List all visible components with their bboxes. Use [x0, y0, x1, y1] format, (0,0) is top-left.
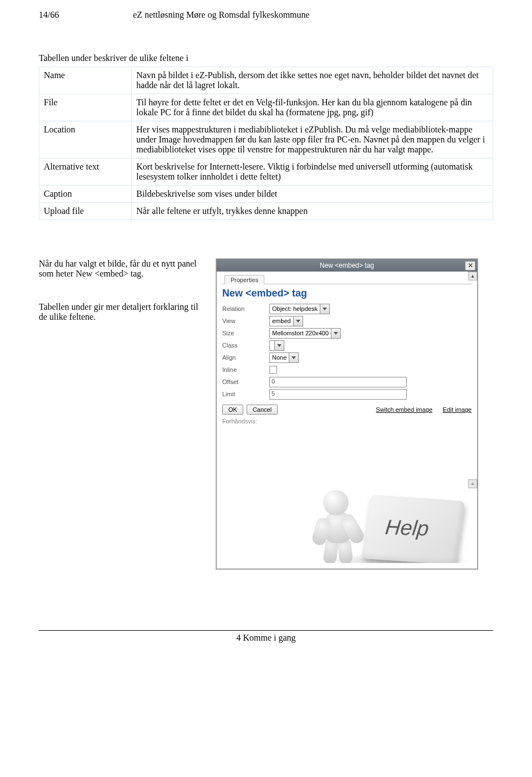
field-label: File — [39, 94, 132, 121]
preview-area: Help — [222, 425, 472, 563]
two-column-section: Når du har valgt et bilde, får du et nyt… — [39, 259, 493, 569]
row-class: Class — [222, 339, 472, 351]
table-row: File Til høyre for dette feltet er det e… — [39, 94, 493, 121]
label-class: Class — [222, 342, 269, 349]
cancel-button[interactable]: Cancel — [247, 405, 278, 415]
table-row: Name Navn på bildet i eZ-Publish, dersom… — [39, 67, 493, 94]
label-align: Align — [222, 354, 269, 361]
figure-person — [312, 488, 373, 563]
close-icon[interactable]: ✕ — [465, 261, 475, 270]
scroll-up-icon[interactable]: ▲ — [468, 272, 477, 280]
field-label: Caption — [39, 186, 132, 203]
field-desc: Navn på bildet i eZ-Publish, dersom det … — [132, 67, 493, 94]
row-inline: Inline — [222, 364, 472, 376]
field-desc: Når alle feltene er utfylt, trykkes denn… — [132, 203, 493, 220]
field-label: Upload file — [39, 203, 132, 220]
document-title: eZ nettløsning Møre og Romsdal fylkeskom… — [133, 10, 493, 20]
label-relation: Relation — [222, 305, 269, 312]
row-view: View embed — [222, 315, 472, 327]
table-row: Caption Bildebeskrivelse som vises under… — [39, 186, 493, 203]
page-footer: 4 Komme i gang — [39, 630, 493, 643]
label-inline: Inline — [222, 366, 269, 373]
field-label: Alternative text — [39, 159, 132, 186]
label-size: Size — [222, 330, 269, 336]
intro-text: Tabellen under beskriver de ulike felten… — [39, 53, 493, 63]
embed-dialog: New <embed> tag ✕ ▲ Properties New <embe… — [216, 259, 478, 569]
dialog-titlebar: New <embed> tag ✕ — [217, 259, 477, 272]
chevron-down-icon — [331, 329, 340, 338]
label-limit: Limit — [222, 391, 269, 397]
chevron-down-icon — [274, 341, 284, 350]
dialog-body: ▲ Properties New <embed> tag Relation Ob… — [217, 272, 477, 569]
label-view: View — [222, 318, 269, 324]
field-label: Location — [39, 121, 132, 159]
edit-image-link[interactable]: Edit image — [443, 406, 472, 413]
input-offset[interactable]: 0 — [269, 377, 407, 387]
help-text: Help — [384, 515, 430, 540]
chevron-down-icon — [320, 304, 329, 314]
field-label: Name — [39, 67, 132, 94]
input-limit[interactable]: 5 — [269, 389, 407, 400]
page-header: 14/66 eZ nettløsning Møre og Romsdal fyl… — [39, 10, 493, 20]
dialog-button-row: OK Cancel Switch embed image Edit image — [222, 405, 472, 415]
table-row: Alternative text Kort beskrivelse for In… — [39, 159, 493, 186]
chevron-down-icon — [293, 316, 303, 326]
field-desc: Bildebeskrivelse som vises under bildet — [132, 186, 493, 203]
field-desc: Her vises mappestrukturen i mediabibliot… — [132, 121, 493, 159]
select-view[interactable]: embed — [269, 316, 303, 326]
switch-embed-link[interactable]: Switch embed image — [376, 406, 432, 413]
tab-properties[interactable]: Properties — [224, 275, 264, 284]
row-offset: Offset 0 — [222, 376, 472, 388]
dialog-heading: New <embed> tag — [222, 288, 472, 299]
document-page: 14/66 eZ nettløsning Møre og Romsdal fyl… — [0, 0, 532, 660]
preview-label: Forhåndsvis: — [222, 418, 472, 425]
row-relation: Relation Object: helpdesk — [222, 303, 472, 315]
table-row: Location Her vises mappestrukturen i med… — [39, 121, 493, 159]
help-keycap: Help — [362, 495, 465, 563]
fields-table: Name Navn på bildet i eZ-Publish, dersom… — [39, 67, 493, 220]
select-relation[interactable]: Object: helpdesk — [269, 304, 330, 314]
table-row: Upload file Når alle feltene er utfylt, … — [39, 203, 493, 220]
paragraph: Tabellen under gir mer detaljert forklar… — [39, 302, 200, 322]
paragraph: Når du har valgt et bilde, får du et nyt… — [39, 259, 200, 279]
select-align[interactable]: None — [269, 352, 299, 363]
chevron-down-icon — [289, 353, 298, 362]
row-align: Align None — [222, 351, 472, 364]
explanation-column: Når du har valgt et bilde, får du et nyt… — [39, 259, 200, 569]
field-desc: Til høyre for dette feltet er det en Vel… — [132, 94, 493, 121]
field-desc: Kort beskrivelse for Internett-lesere. V… — [132, 159, 493, 186]
row-limit: Limit 5 — [222, 388, 472, 400]
label-offset: Offset — [222, 379, 269, 385]
select-size[interactable]: Mellomstort 220x400 — [269, 328, 341, 339]
ok-button[interactable]: OK — [222, 405, 243, 415]
checkbox-inline[interactable] — [269, 366, 277, 374]
help-illustration: Help — [366, 498, 461, 562]
page-indicator: 14/66 — [39, 10, 133, 20]
dialog-title: New <embed> tag — [320, 262, 374, 269]
row-size: Size Mellomstort 220x400 — [222, 327, 472, 339]
select-class[interactable] — [269, 340, 284, 351]
